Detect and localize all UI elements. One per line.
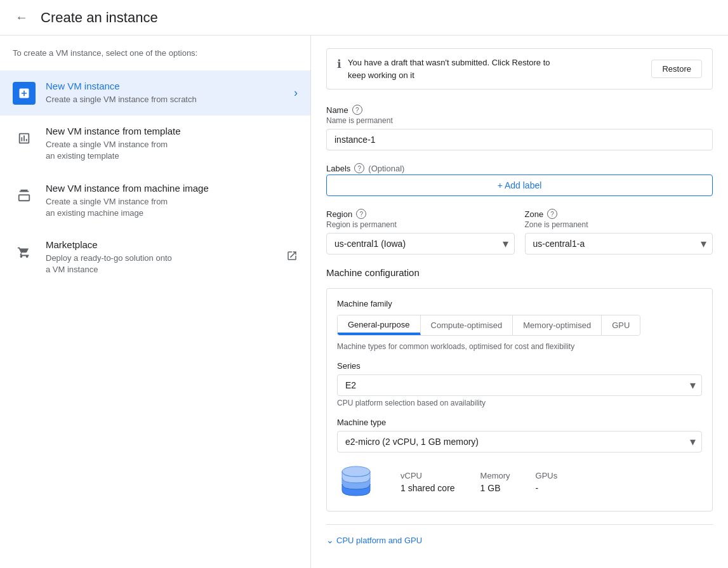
region-help-icon[interactable]: ? (356, 209, 366, 219)
from-machine-image-text: New VM instance from machine image Creat… (46, 183, 298, 219)
zone-help-icon[interactable]: ? (547, 209, 557, 219)
new-vm-icon (13, 82, 36, 105)
series-sublabel: CPU platform selection based on availabi… (337, 399, 702, 407)
gpus-resource: GPUs - (536, 471, 558, 493)
right-panel: ℹ You have a draft that wasn't submitted… (311, 36, 728, 568)
new-vm-text: New VM instance Create a single VM insta… (46, 81, 289, 105)
header: ← Create an instance (0, 0, 728, 36)
zone-select[interactable]: us-central1-a us-central1-b us-central1-… (525, 233, 713, 254)
tab-memory-optimised[interactable]: Memory-optimised (513, 315, 602, 335)
stack-icon (337, 463, 375, 501)
new-vm-desc: Create a single VM instance from scratch (46, 94, 289, 105)
info-icon: ℹ (337, 57, 341, 71)
labels-field-group: Labels ? (Optional) + Add label (326, 163, 713, 196)
option-new-vm[interactable]: New VM instance Create a single VM insta… (0, 70, 310, 116)
expand-icon: ⌄ (326, 535, 334, 545)
from-machine-image-desc: Create a single VM instance froman exist… (46, 196, 298, 219)
marketplace-desc: Deploy a ready-to-go solution ontoa VM i… (46, 253, 281, 275)
tab-description: Machine types for common workloads, opti… (337, 342, 702, 351)
marketplace-title: Marketplace (46, 239, 281, 250)
name-label: Name ? (326, 105, 713, 115)
tab-general-purpose[interactable]: General-purpose (338, 315, 421, 335)
labels-help-icon[interactable]: ? (354, 163, 364, 173)
vcpu-label: vCPU (400, 471, 455, 480)
machine-type-select[interactable]: e2-micro (2 vCPU, 1 GB memory) e2-small … (337, 431, 702, 452)
draft-text: You have a draft that wasn't submitted. … (348, 56, 550, 81)
marketplace-text: Marketplace Deploy a ready-to-go solutio… (46, 239, 281, 275)
machine-type-select-wrapper: e2-micro (2 vCPU, 1 GB memory) e2-small … (337, 431, 702, 452)
machine-family-tabs: General-purpose Compute-optimised Memory… (337, 315, 640, 336)
draft-banner: ℹ You have a draft that wasn't submitted… (326, 48, 713, 89)
tab-compute-optimised[interactable]: Compute-optimised (421, 315, 513, 335)
region-select[interactable]: us-central1 (Iowa) us-east1 (South Carol… (326, 233, 515, 254)
machine-family-label: Machine family (337, 299, 702, 308)
marketplace-icon (13, 241, 36, 263)
zone-field-group: Zone ? Zone is permanent us-central1-a u… (525, 209, 713, 254)
vcpu-resource: vCPU 1 shared core (400, 471, 455, 493)
from-machine-image-icon (13, 184, 36, 207)
from-template-icon (13, 127, 36, 150)
svg-point-0 (342, 466, 370, 477)
tab-gpu[interactable]: GPU (602, 315, 640, 335)
name-field-group: Name ? Name is permanent (326, 105, 713, 150)
memory-label: Memory (480, 471, 510, 480)
labels-label: Labels ? (Optional) (326, 163, 713, 173)
option-from-machine-image[interactable]: New VM instance from machine image Creat… (0, 173, 310, 229)
back-button[interactable]: ← (13, 8, 30, 27)
add-label-button[interactable]: + Add label (326, 175, 713, 196)
memory-resource: Memory 1 GB (480, 471, 510, 493)
region-select-wrapper: us-central1 (Iowa) us-east1 (South Carol… (326, 233, 515, 254)
from-machine-image-title: New VM instance from machine image (46, 183, 298, 194)
from-template-title: New VM instance from template (46, 126, 298, 136)
gpus-value: - (536, 483, 558, 493)
option-marketplace[interactable]: Marketplace Deploy a ready-to-go solutio… (0, 229, 310, 286)
page-title: Create an instance (41, 10, 158, 26)
zone-label: Zone ? (525, 209, 713, 219)
restore-button[interactable]: Restore (651, 60, 702, 78)
draft-banner-left: ℹ You have a draft that wasn't submitted… (337, 56, 550, 81)
new-vm-arrow: › (294, 86, 298, 100)
region-field-group: Region ? Region is permanent us-central1… (326, 209, 515, 254)
new-vm-title: New VM instance (46, 81, 289, 91)
machine-config-title: Machine configuration (326, 267, 713, 278)
name-input[interactable] (326, 129, 713, 150)
left-panel: To create a VM instance, select one of t… (0, 36, 311, 568)
series-select-wrapper: E2 N2 N2D ▾ (337, 374, 702, 396)
cpu-platform-link[interactable]: ⌄ CPU platform and GPU (326, 524, 713, 545)
from-template-desc: Create a single VM instance froman exist… (46, 139, 298, 162)
series-label: Series (337, 361, 702, 371)
name-sublabel: Name is permanent (326, 116, 713, 125)
vcpu-value: 1 shared core (400, 483, 455, 493)
from-template-text: New VM instance from template Create a s… (46, 126, 298, 162)
memory-value: 1 GB (480, 483, 510, 493)
resource-summary-row: vCPU 1 shared core Memory 1 GB GPUs - (337, 463, 702, 501)
main-container: To create a VM instance, select one of t… (0, 36, 728, 568)
series-select[interactable]: E2 N2 N2D (337, 374, 702, 396)
zone-sublabel: Zone is permanent (525, 220, 713, 229)
region-sublabel: Region is permanent (326, 220, 515, 229)
gpus-label: GPUs (536, 471, 558, 480)
region-zone-row: Region ? Region is permanent us-central1… (326, 209, 713, 267)
machine-config-box: Machine family General-purpose Compute-o… (326, 288, 713, 512)
zone-select-wrapper: us-central1-a us-central1-b us-central1-… (525, 233, 713, 254)
option-from-template[interactable]: New VM instance from template Create a s… (0, 116, 310, 172)
machine-type-label: Machine type (337, 418, 702, 427)
region-label: Region ? (326, 209, 515, 219)
name-help-icon[interactable]: ? (352, 105, 362, 115)
left-intro: To create a VM instance, select one of t… (0, 48, 310, 70)
marketplace-external-icon (286, 250, 298, 265)
